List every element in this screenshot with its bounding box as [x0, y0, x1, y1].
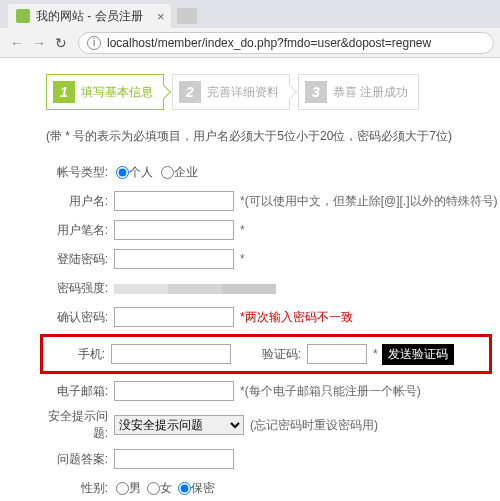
- browser-tab[interactable]: 我的网站 - 会员注册 ×: [8, 4, 171, 28]
- step-1: 1 填写基本信息: [46, 74, 164, 110]
- confirm-label: 确认密码:: [46, 309, 108, 326]
- radio-label: 企业: [174, 164, 198, 181]
- step-num-icon: 3: [305, 81, 327, 103]
- answer-input[interactable]: [114, 449, 234, 469]
- radio-label: 保密: [191, 480, 215, 497]
- question-label: 安全提示问题:: [46, 408, 108, 442]
- username-input[interactable]: [114, 191, 234, 211]
- nickname-input[interactable]: [114, 220, 234, 240]
- acct-company-radio[interactable]: [161, 166, 174, 179]
- gender-male-radio[interactable]: [116, 482, 129, 495]
- password-label: 登陆密码:: [46, 251, 108, 268]
- gender-secret-radio[interactable]: [178, 482, 191, 495]
- email-hint: *(每个电子邮箱只能注册一个帐号): [240, 383, 421, 400]
- address-bar[interactable]: i localhost/member/index_do.php?fmdo=use…: [78, 32, 494, 54]
- send-code-button[interactable]: 发送验证码: [382, 344, 454, 365]
- password-hint: *: [240, 252, 245, 266]
- answer-label: 问题答案:: [46, 451, 108, 468]
- gender-label: 性别:: [46, 480, 108, 497]
- step-2: 2 完善详细资料: [172, 74, 290, 110]
- username-label: 用户名:: [46, 193, 108, 210]
- tab-title: 我的网站 - 会员注册: [36, 8, 143, 25]
- confirm-password-input[interactable]: [114, 307, 234, 327]
- step-indicator: 1 填写基本信息 2 完善详细资料 3 恭喜 注册成功: [0, 68, 500, 122]
- step-3: 3 恭喜 注册成功: [298, 74, 419, 110]
- forward-icon[interactable]: →: [30, 35, 48, 51]
- step-label: 完善详细资料: [207, 84, 279, 101]
- new-tab-button[interactable]: [177, 8, 197, 24]
- security-question-select[interactable]: 没安全提示问题: [114, 415, 244, 435]
- username-hint: *(可以使用中文，但禁止除[@][.]以外的特殊符号): [240, 193, 498, 210]
- step-num-icon: 1: [53, 81, 75, 103]
- password-strength-meter: [114, 283, 276, 293]
- vcode-label: 验证码:: [251, 346, 301, 363]
- confirm-error: *两次输入密码不一致: [240, 309, 353, 326]
- strength-label: 密码强度:: [46, 280, 108, 297]
- question-hint: (忘记密码时重设密码用): [250, 417, 378, 434]
- favicon: [16, 9, 30, 23]
- nickname-label: 用户笔名:: [46, 222, 108, 239]
- gender-female-radio[interactable]: [147, 482, 160, 495]
- acct-personal-radio[interactable]: [116, 166, 129, 179]
- radio-label: 男: [129, 480, 141, 497]
- vcode-star: *: [373, 347, 378, 361]
- browser-toolbar: ← → ↻ i localhost/member/index_do.php?fm…: [0, 28, 500, 58]
- sms-code-input[interactable]: [307, 344, 367, 364]
- acct-type-label: 帐号类型:: [46, 164, 108, 181]
- browser-tabbar: 我的网站 - 会员注册 ×: [0, 0, 500, 28]
- step-label: 恭喜 注册成功: [333, 84, 408, 101]
- step-label: 填写基本信息: [81, 84, 153, 101]
- email-label: 电子邮箱:: [46, 383, 108, 400]
- step-num-icon: 2: [179, 81, 201, 103]
- url-text: localhost/member/index_do.php?fmdo=user&…: [107, 36, 431, 50]
- reload-icon[interactable]: ↻: [52, 35, 70, 51]
- phone-input[interactable]: [111, 344, 231, 364]
- email-input[interactable]: [114, 381, 234, 401]
- nickname-hint: *: [240, 223, 245, 237]
- password-input[interactable]: [114, 249, 234, 269]
- phone-label: 手机:: [43, 346, 105, 363]
- back-icon[interactable]: ←: [8, 35, 26, 51]
- form-note: (带 * 号的表示为必填项目，用户名必须大于5位小于20位，密码必须大于7位): [0, 122, 500, 155]
- close-icon[interactable]: ×: [157, 9, 165, 24]
- info-icon[interactable]: i: [87, 36, 101, 50]
- radio-label: 个人: [129, 164, 153, 181]
- radio-label: 女: [160, 480, 172, 497]
- highlighted-section: 手机: 验证码: * 发送验证码: [40, 334, 492, 374]
